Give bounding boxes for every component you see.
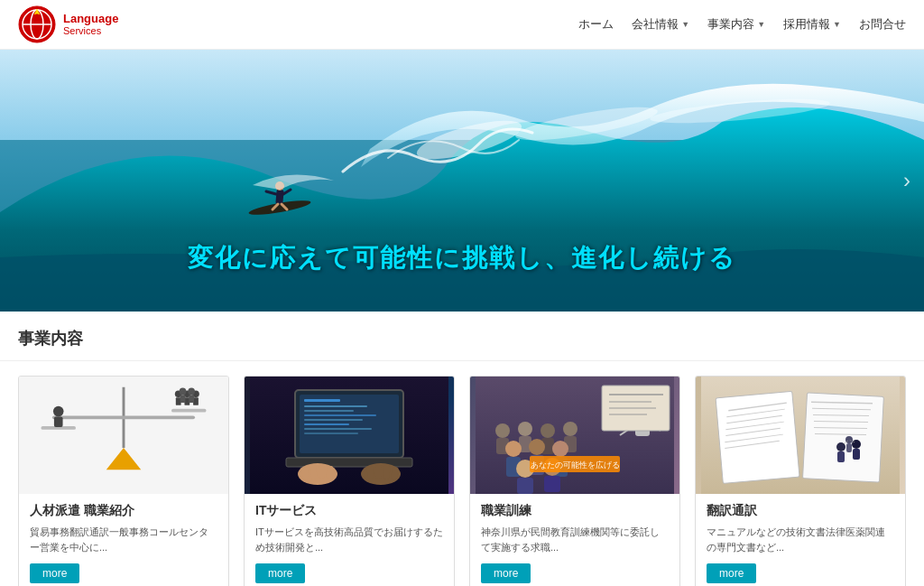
- card-hr-image: [19, 377, 228, 494]
- logo-icon: [18, 5, 56, 43]
- card-it-more-button[interactable]: more: [255, 563, 305, 583]
- svg-rect-20: [171, 409, 207, 413]
- logo-text: Language Services: [63, 12, 118, 38]
- nav-company-arrow: ▼: [681, 20, 689, 29]
- svg-rect-41: [304, 419, 363, 421]
- svg-rect-39: [304, 410, 354, 412]
- svg-point-106: [845, 436, 853, 443]
- logo[interactable]: Language Services: [18, 5, 118, 43]
- svg-rect-44: [304, 433, 358, 434]
- svg-rect-107: [846, 443, 852, 452]
- card-it-image: [245, 377, 454, 494]
- main-nav: ホーム 会社情報 ▼ 事業内容 ▼ 採用情報 ▼ お問合せ: [578, 16, 906, 33]
- card-hr: 人材派遣 職業紹介 貿易事務翻訳通訳一般事務コールセンター営業を中心に... m…: [18, 376, 229, 586]
- hero-tagline: 変化に応えて可能性に挑戦し、進化し続ける: [188, 244, 736, 272]
- svg-point-22: [53, 406, 64, 417]
- hero-banner: 変化に応えて可能性に挑戦し、進化し続ける ›: [0, 50, 924, 312]
- svg-point-59: [518, 422, 532, 436]
- svg-point-32: [188, 388, 195, 395]
- card-hr-title: 人材派遣 職業紹介: [30, 503, 217, 519]
- svg-rect-33: [189, 395, 194, 403]
- card-translation-body: 翻訳通訳 マニュアルなどの技術文書法律医薬関連の専門文書など... more: [696, 494, 905, 586]
- svg-rect-54: [383, 465, 390, 480]
- hero-next-button[interactable]: ›: [903, 168, 910, 193]
- hero-text-overlay: 変化に応えて可能性に挑戦し、進化し続ける: [0, 241, 924, 275]
- svg-point-61: [541, 423, 555, 438]
- svg-rect-52: [366, 466, 374, 479]
- nav-business-arrow: ▼: [757, 20, 765, 29]
- logo-language: Language: [63, 12, 118, 26]
- svg-rect-53: [375, 465, 382, 479]
- svg-rect-48: [310, 465, 317, 480]
- card-translation-more-button[interactable]: more: [707, 563, 756, 583]
- svg-point-57: [495, 423, 510, 438]
- card-training-body: 職業訓練 神奈川県が民間教育訓練機関等に委託して実施する求職... more: [470, 494, 679, 586]
- svg-rect-103: [837, 451, 845, 462]
- svg-point-65: [505, 441, 522, 457]
- svg-rect-31: [180, 395, 186, 403]
- svg-rect-37: [304, 399, 340, 402]
- svg-marker-21: [106, 448, 142, 470]
- logo-services: Services: [63, 25, 118, 37]
- svg-text:あなたの可能性を広げる: あなたの可能性を広げる: [531, 460, 620, 470]
- svg-rect-42: [304, 423, 349, 425]
- card-it: ITサービス ITサービスを高技術高品質でお届けするため技術開発と... mor…: [244, 376, 455, 586]
- svg-rect-11: [275, 190, 283, 205]
- svg-rect-88: [803, 393, 884, 482]
- card-hr-desc: 貿易事務翻訳通訳一般事務コールセンター営業を中心に...: [30, 525, 217, 554]
- nav-contact[interactable]: お問合せ: [859, 16, 906, 33]
- svg-rect-23: [54, 416, 63, 427]
- svg-rect-74: [544, 476, 560, 492]
- section-heading: 事業内容: [0, 312, 924, 361]
- translation-illustration: [696, 377, 905, 494]
- svg-point-63: [563, 422, 578, 436]
- card-translation-image: [696, 377, 905, 494]
- svg-point-30: [180, 388, 187, 395]
- card-it-desc: ITサービスを高技術高品質でお届けするため技術開発と...: [255, 525, 443, 554]
- card-it-title: ITサービス: [255, 503, 443, 519]
- svg-rect-72: [517, 478, 533, 494]
- nav-business[interactable]: 事業内容 ▼: [707, 16, 765, 33]
- svg-rect-45: [286, 458, 412, 467]
- svg-rect-43: [304, 428, 372, 430]
- card-translation-desc: マニュアルなどの技術文書法律医薬関連の専門文書など...: [707, 525, 894, 554]
- card-training-title: 職業訓練: [481, 503, 669, 519]
- nav-recruit[interactable]: 採用情報 ▼: [783, 16, 841, 33]
- card-it-body: ITサービス ITサービスを高技術高品質でお届けするため技術開発と... mor…: [245, 494, 454, 586]
- card-hr-more-button[interactable]: more: [30, 563, 79, 583]
- svg-rect-49: [319, 465, 325, 479]
- card-training-desc: 神奈川県が民間教育訓練機関等に委託して実施する求職...: [481, 525, 669, 554]
- training-illustration: あなたの可能性を広げる: [470, 377, 679, 494]
- service-cards: 人材派遣 職業紹介 貿易事務翻訳通訳一般事務コールセンター営業を中心に... m…: [0, 361, 924, 586]
- card-training: あなたの可能性を広げる 職業訓練 神奈川県が民間教育訓練機関等に委託して実施する…: [469, 376, 680, 586]
- card-training-more-button[interactable]: more: [481, 563, 531, 583]
- it-illustration: [245, 377, 454, 494]
- card-translation: 翻訳通訳 マニュアルなどの技術文書法律医薬関連の専門文書など... more: [695, 376, 906, 586]
- nav-company[interactable]: 会社情報 ▼: [632, 16, 689, 33]
- svg-point-67: [529, 439, 545, 455]
- card-hr-body: 人材派遣 職業紹介 貿易事務翻訳通訳一般事務コールセンター営業を中心に... m…: [19, 494, 228, 586]
- svg-rect-40: [304, 414, 376, 416]
- svg-rect-105: [853, 449, 860, 460]
- nav-recruit-arrow: ▼: [833, 20, 841, 29]
- hr-illustration: [28, 377, 219, 485]
- svg-point-104: [852, 440, 861, 449]
- svg-rect-50: [326, 466, 333, 479]
- header: Language Services ホーム 会社情報 ▼ 事業内容 ▼ 採用情報…: [0, 0, 924, 50]
- svg-point-69: [552, 441, 568, 457]
- card-translation-title: 翻訳通訳: [707, 503, 894, 519]
- nav-home[interactable]: ホーム: [578, 16, 614, 33]
- svg-rect-38: [304, 405, 367, 407]
- card-training-image: あなたの可能性を広げる: [470, 377, 679, 494]
